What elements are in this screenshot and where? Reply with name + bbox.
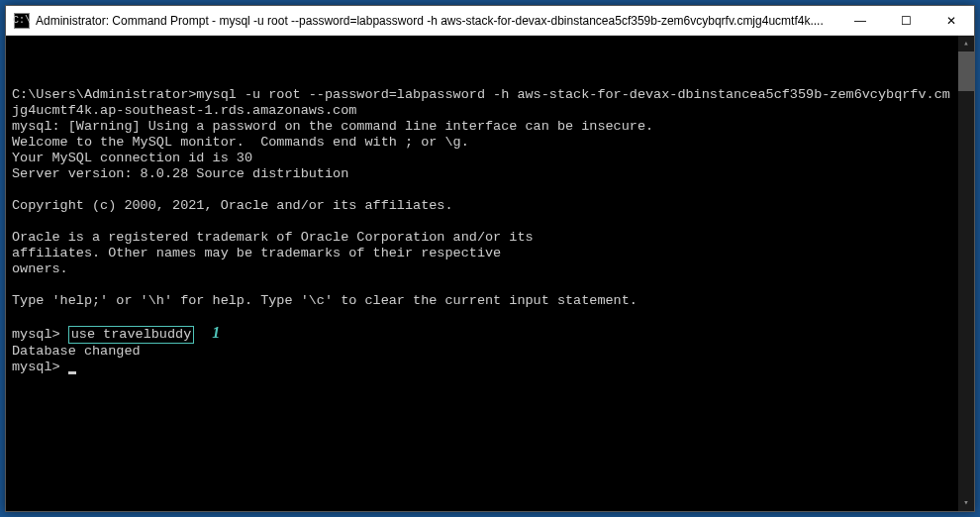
close-button[interactable]: ✕ [929,6,974,36]
terminal-line: Type 'help;' or '\h' for help. Type '\c'… [12,293,637,308]
terminal-content: C:\Users\Administrator>mysql -u root --p… [12,71,968,391]
titlebar[interactable]: C:\ Administrator: Command Prompt - mysq… [6,6,974,36]
mysql-prompt: mysql> [12,327,68,342]
scroll-up-icon[interactable]: ▴ [958,36,974,52]
terminal-line: Database changed [12,344,141,359]
minimize-button[interactable]: — [837,6,883,36]
terminal-line: Your MySQL connection id is 30 [12,151,252,165]
highlighted-command: use travelbuddy [68,326,195,344]
cursor-icon [68,371,76,374]
window-title: Administrator: Command Prompt - mysql -u… [36,14,837,28]
terminal-line: affiliates. Other names may be trademark… [12,246,501,260]
terminal-line: C:\Users\Administrator>mysql -u root --p… [12,87,950,118]
cmd-icon: C:\ [14,13,30,29]
callout-marker: 1 [212,325,220,341]
terminal-line: Copyright (c) 2000, 2021, Oracle and/or … [12,198,453,213]
terminal-line: owners. [12,261,68,276]
scrollbar-thumb[interactable] [958,52,974,91]
mysql-prompt: mysql> [12,360,68,374]
command-prompt-window: C:\ Administrator: Command Prompt - mysq… [5,5,975,512]
maximize-button[interactable]: ☐ [883,6,929,36]
terminal-line: Welcome to the MySQL monitor. Commands e… [12,135,469,150]
terminal-line: Oracle is a registered trademark of Orac… [12,230,534,245]
window-controls: — ☐ ✕ [837,6,974,35]
scrollbar[interactable]: ▴ ▾ [958,36,974,511]
terminal-line: mysql: [Warning] Using a password on the… [12,119,653,134]
terminal-area[interactable]: C:\Users\Administrator>mysql -u root --p… [6,36,974,511]
terminal-line: Server version: 8.0.28 Source distributi… [12,166,348,181]
scroll-down-icon[interactable]: ▾ [958,495,974,511]
